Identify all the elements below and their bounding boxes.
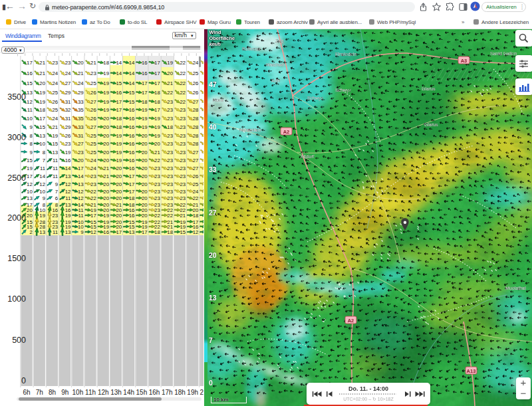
svg-text:17: 17 — [128, 181, 134, 187]
svg-text:20: 20 — [116, 189, 122, 195]
svg-text:16: 16 — [141, 70, 147, 76]
svg-text:16: 16 — [128, 150, 134, 155]
svg-text:23: 23 — [167, 116, 173, 122]
svg-text:23: 23 — [167, 181, 173, 187]
svg-text:14: 14 — [128, 70, 134, 76]
svg-text:25: 25 — [192, 181, 198, 187]
svg-text:2: 2 — [29, 229, 32, 235]
svg-text:23: 23 — [180, 124, 186, 130]
svg-text:18: 18 — [154, 229, 160, 235]
svg-text:17: 17 — [128, 189, 134, 195]
svg-text:Rotkreuz: Rotkreuz — [242, 47, 261, 51]
svg-text:19: 19 — [103, 80, 109, 86]
svg-text:6: 6 — [55, 195, 57, 201]
svg-text:11: 11 — [39, 165, 45, 171]
svg-text:20: 20 — [209, 251, 217, 259]
svg-text:23: 23 — [90, 181, 96, 187]
svg-text:16: 16 — [128, 124, 134, 130]
svg-text:31: 31 — [65, 116, 70, 122]
svg-text:25: 25 — [52, 90, 58, 96]
svg-text:22: 22 — [180, 90, 186, 96]
svg-text:23: 23 — [180, 157, 186, 163]
svg-text:9: 9 — [42, 195, 45, 201]
svg-text:14: 14 — [128, 60, 134, 66]
svg-text:20: 20 — [141, 173, 147, 179]
svg-text:13: 13 — [39, 229, 45, 235]
svg-text:27: 27 — [192, 157, 198, 163]
svg-text:25: 25 — [90, 150, 96, 155]
svg-text:19: 19 — [116, 150, 122, 155]
svg-text:16: 16 — [116, 90, 122, 96]
svg-text:Walchwil: Walchwil — [266, 62, 285, 67]
svg-text:26: 26 — [192, 90, 198, 96]
svg-text:19: 19 — [103, 90, 109, 96]
svg-text:21: 21 — [77, 70, 83, 76]
svg-text:20: 20 — [103, 157, 109, 163]
svg-text:18: 18 — [39, 107, 45, 113]
svg-text:16: 16 — [128, 165, 134, 171]
svg-text:13: 13 — [27, 90, 33, 96]
svg-text:25: 25 — [90, 141, 96, 147]
svg-text:13: 13 — [209, 294, 217, 302]
svg-text:20: 20 — [27, 213, 33, 219]
svg-text:7h: 7h — [35, 389, 43, 396]
svg-text:18: 18 — [192, 213, 198, 219]
svg-text:20: 20 — [141, 150, 147, 155]
svg-text:18: 18 — [167, 229, 173, 235]
svg-text:20: 20 — [103, 150, 109, 155]
svg-text:13: 13 — [65, 229, 70, 235]
svg-text:20: 20 — [116, 165, 122, 171]
svg-text:15h: 15h — [136, 389, 147, 396]
svg-text:21: 21 — [167, 80, 173, 86]
svg-text:22: 22 — [167, 213, 173, 219]
svg-text:20: 20 — [141, 189, 147, 195]
svg-text:19: 19 — [141, 116, 147, 122]
svg-text:20: 20 — [103, 181, 109, 187]
svg-text:25: 25 — [90, 133, 96, 139]
svg-text:18: 18 — [167, 124, 173, 130]
svg-text:20h: 20h — [200, 389, 203, 396]
svg-text:26: 26 — [192, 173, 198, 179]
svg-text:35: 35 — [77, 116, 83, 122]
svg-text:20: 20 — [103, 189, 109, 195]
svg-text:11: 11 — [53, 229, 58, 235]
svg-text:7: 7 — [42, 157, 45, 163]
svg-text:8: 8 — [42, 150, 45, 155]
svg-text:22: 22 — [154, 157, 160, 163]
svg-text:9h: 9h — [61, 389, 68, 396]
svg-text:23: 23 — [180, 150, 186, 155]
svg-text:23: 23 — [180, 181, 186, 187]
svg-text:A2: A2 — [283, 129, 290, 135]
svg-text:20: 20 — [154, 141, 160, 147]
svg-text:13: 13 — [27, 195, 33, 201]
svg-text:23: 23 — [167, 189, 173, 195]
svg-text:19: 19 — [116, 157, 122, 163]
svg-text:9: 9 — [29, 124, 32, 130]
svg-text:33: 33 — [209, 165, 217, 173]
svg-text:29: 29 — [65, 124, 70, 130]
svg-text:19: 19 — [27, 165, 33, 171]
svg-text:19: 19 — [103, 213, 109, 219]
svg-text:27: 27 — [90, 124, 96, 130]
svg-text:20: 20 — [141, 133, 147, 139]
svg-text:13: 13 — [77, 181, 83, 187]
svg-text:40: 40 — [209, 123, 217, 131]
svg-text:21: 21 — [103, 165, 109, 171]
svg-text:19: 19 — [154, 133, 160, 139]
svg-text:23: 23 — [167, 107, 173, 113]
svg-text:31: 31 — [65, 99, 70, 105]
svg-text:14: 14 — [77, 173, 83, 179]
svg-text:17: 17 — [116, 99, 122, 105]
svg-text:23: 23 — [154, 173, 160, 179]
svg-text:27: 27 — [90, 99, 96, 105]
svg-text:28: 28 — [192, 116, 198, 122]
svg-text:20: 20 — [103, 124, 109, 130]
svg-text:12: 12 — [27, 99, 33, 105]
svg-text:Glarus: Glarus — [424, 122, 438, 127]
svg-text:9: 9 — [80, 229, 83, 235]
svg-text:19: 19 — [103, 107, 109, 113]
svg-text:17: 17 — [39, 116, 45, 122]
svg-text:16: 16 — [128, 133, 134, 139]
svg-text:13: 13 — [52, 150, 58, 155]
svg-text:15: 15 — [180, 229, 186, 235]
